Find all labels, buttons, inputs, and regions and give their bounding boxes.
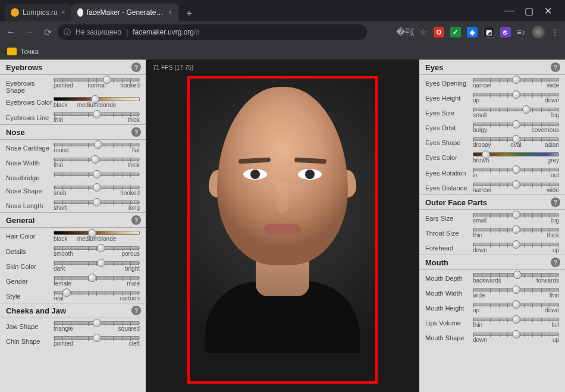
slider-row: Nose Cartilage roundflat	[0, 140, 146, 155]
back-icon[interactable]: ←	[6, 27, 15, 37]
slider-row: Eyebrows Color blackmediumblonde	[0, 94, 146, 109]
slider-track[interactable]	[473, 243, 559, 246]
slider-track[interactable]	[54, 186, 140, 189]
section-title: Nose	[6, 128, 25, 137]
new-tab-button[interactable]: ＋	[181, 5, 197, 21]
help-icon[interactable]: ?	[551, 258, 560, 267]
slider-label: Skin Color	[6, 259, 52, 270]
ext-icon[interactable]: ◆	[467, 27, 478, 37]
slider-row: Eyes Distance narrowwide	[419, 180, 565, 195]
slider-row: Throat Size thinthick	[419, 225, 565, 240]
help-icon[interactable]: ?	[131, 215, 141, 225]
close-window-icon[interactable]: ✕	[544, 5, 552, 17]
section-head: Eyes ?	[419, 59, 565, 75]
slider-track[interactable]	[473, 333, 559, 336]
slider-track[interactable]	[54, 231, 140, 235]
section-head: Outer Face Parts ?	[419, 195, 565, 210]
window-controls: — ▢ ✕	[504, 0, 560, 21]
slider-track[interactable]	[473, 318, 559, 321]
bookmarks-bar: Точка	[0, 43, 565, 59]
tab-title: faceMaker - Generate your favo…	[87, 8, 165, 17]
slider-track[interactable]	[473, 303, 559, 306]
viewport-3d[interactable]: 71 FPS (17-75)	[146, 59, 419, 392]
bookmark-item[interactable]: Точка	[20, 48, 39, 56]
slider-row: Eyes Shape droopyovalasian	[419, 134, 565, 149]
ext-icon[interactable]: ⎋	[500, 27, 511, 37]
insecure-label: Не защищено	[76, 28, 121, 36]
slider-row: Eyes Orbit bulgycovernous	[419, 120, 565, 134]
slider-row: Eyebrows Shape pointednormalhooked	[0, 75, 146, 94]
slider-label: Eyebrows Color	[6, 95, 52, 106]
slider-track[interactable]	[473, 152, 559, 156]
forward-icon[interactable]: →	[25, 27, 34, 37]
reading-list-icon[interactable]: ≡♪	[517, 27, 526, 37]
slider-label: Eyebrows Line	[6, 111, 52, 121]
slider-track[interactable]	[473, 288, 559, 291]
slider-row: Forehead downup	[419, 240, 565, 255]
translate-icon[interactable]: �㍻	[396, 27, 414, 38]
slider-label: Throat Size	[425, 226, 472, 237]
slider-track[interactable]	[473, 108, 559, 111]
section-head: General ?	[0, 212, 146, 228]
slider-track[interactable]	[473, 137, 559, 141]
slider-thumb[interactable]	[93, 170, 101, 178]
ext-icon[interactable]: ✓	[450, 27, 461, 37]
panel-right: Eyes ? Eyes Opening narrowwide Eyes Heig…	[419, 59, 565, 392]
slider-label: Mouth Depth	[425, 271, 472, 282]
tab-lumpics[interactable]: Lumpics.ru ×	[5, 4, 71, 21]
slider-track[interactable]	[54, 261, 140, 265]
ext-icon[interactable]: O	[434, 27, 444, 37]
slider-label: Chin Shape	[6, 334, 52, 345]
folder-icon	[7, 48, 17, 55]
section-head: Nose ?	[0, 124, 146, 140]
slider-track[interactable]	[54, 336, 140, 340]
slider-row: Nose Width thinthick	[0, 155, 146, 170]
slider-label: Eyes Size	[425, 106, 472, 117]
slider-track[interactable]	[473, 78, 559, 81]
slider-label: Nose Cartilage	[6, 141, 52, 152]
url-rest: /#	[194, 28, 200, 36]
close-icon[interactable]: ×	[168, 8, 172, 17]
help-icon[interactable]: ?	[551, 62, 560, 72]
omnibox[interactable]: ⓘ Не защищено | facemaker.uvrg.org/#	[58, 24, 367, 40]
slider-row: Mouth Height updown	[419, 300, 565, 315]
slider-track[interactable]	[473, 273, 559, 277]
star-icon[interactable]: ☆	[420, 27, 428, 37]
slider-track[interactable]	[54, 276, 140, 280]
slider-label: Mouth Width	[425, 286, 472, 297]
section-title: Eyebrows	[6, 63, 42, 72]
menu-icon[interactable]: ⋮	[551, 27, 559, 37]
slider-track[interactable]	[473, 183, 559, 186]
slider-track[interactable]	[54, 97, 140, 101]
slider-row: Eyes Height updown	[419, 90, 565, 105]
slider-label: Style	[6, 289, 52, 300]
slider-track[interactable]	[54, 291, 140, 294]
slider-track[interactable]	[473, 228, 559, 231]
slider-track[interactable]	[54, 78, 140, 81]
slider-label: Eyebrows Shape	[6, 76, 52, 94]
help-icon[interactable]: ?	[131, 62, 141, 72]
slider-label: Forehead	[425, 241, 472, 252]
ext-icon[interactable]: ◩	[484, 27, 494, 37]
slider-track[interactable]	[473, 123, 559, 126]
slider-track[interactable]	[54, 112, 140, 116]
slider-track[interactable]	[54, 321, 140, 325]
slider-track[interactable]	[54, 143, 140, 146]
tab-facemaker[interactable]: faceMaker - Generate your favo… ×	[71, 4, 178, 21]
minimize-icon[interactable]: —	[504, 5, 514, 16]
slider-track[interactable]	[473, 213, 559, 217]
avatar[interactable]	[532, 26, 545, 39]
slider-track[interactable]	[54, 158, 140, 161]
slider-track[interactable]	[54, 200, 140, 204]
slider-track[interactable]	[473, 93, 559, 96]
maximize-icon[interactable]: ▢	[525, 5, 533, 17]
help-icon[interactable]: ?	[131, 306, 141, 315]
reload-icon[interactable]: ⟳	[44, 27, 52, 38]
slider-track[interactable]	[54, 173, 140, 176]
info-icon[interactable]: ⓘ	[64, 27, 71, 37]
close-icon[interactable]: ×	[61, 8, 65, 17]
slider-track[interactable]	[54, 246, 140, 250]
help-icon[interactable]: ?	[551, 197, 560, 207]
help-icon[interactable]: ?	[131, 127, 141, 137]
slider-track[interactable]	[473, 168, 559, 171]
